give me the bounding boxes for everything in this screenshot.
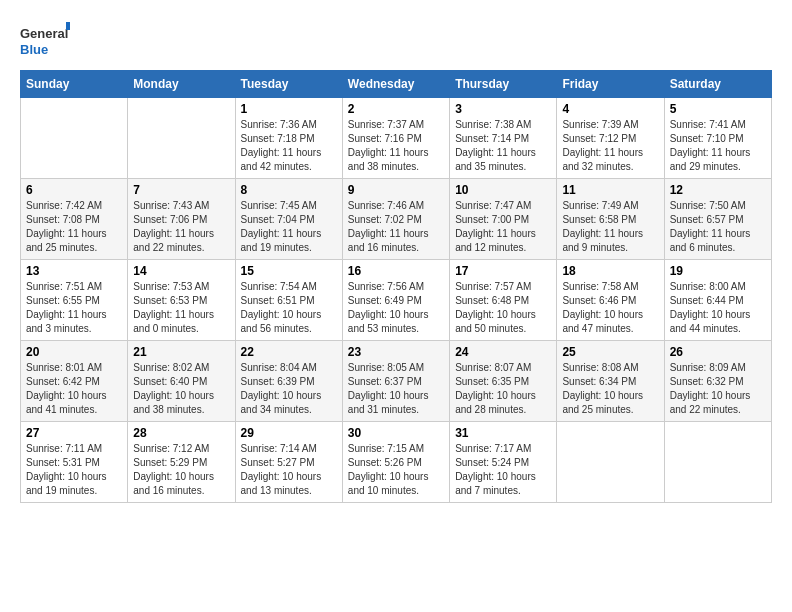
calendar-cell: 28Sunrise: 7:12 AMSunset: 5:29 PMDayligh…: [128, 422, 235, 503]
day-number: 3: [455, 102, 551, 116]
day-info: Sunrise: 7:11 AMSunset: 5:31 PMDaylight:…: [26, 442, 122, 498]
weekday-header-sunday: Sunday: [21, 71, 128, 98]
day-info: Sunrise: 7:58 AMSunset: 6:46 PMDaylight:…: [562, 280, 658, 336]
calendar-cell: 8Sunrise: 7:45 AMSunset: 7:04 PMDaylight…: [235, 179, 342, 260]
calendar-cell: 17Sunrise: 7:57 AMSunset: 6:48 PMDayligh…: [450, 260, 557, 341]
day-info: Sunrise: 7:39 AMSunset: 7:12 PMDaylight:…: [562, 118, 658, 174]
day-number: 2: [348, 102, 444, 116]
weekday-header-thursday: Thursday: [450, 71, 557, 98]
week-row-5: 27Sunrise: 7:11 AMSunset: 5:31 PMDayligh…: [21, 422, 772, 503]
day-number: 24: [455, 345, 551, 359]
calendar-cell: 6Sunrise: 7:42 AMSunset: 7:08 PMDaylight…: [21, 179, 128, 260]
calendar-cell: 7Sunrise: 7:43 AMSunset: 7:06 PMDaylight…: [128, 179, 235, 260]
calendar-cell: 19Sunrise: 8:00 AMSunset: 6:44 PMDayligh…: [664, 260, 771, 341]
calendar-cell: 9Sunrise: 7:46 AMSunset: 7:02 PMDaylight…: [342, 179, 449, 260]
day-info: Sunrise: 8:02 AMSunset: 6:40 PMDaylight:…: [133, 361, 229, 417]
day-number: 8: [241, 183, 337, 197]
day-info: Sunrise: 7:51 AMSunset: 6:55 PMDaylight:…: [26, 280, 122, 336]
day-number: 4: [562, 102, 658, 116]
calendar-cell: 18Sunrise: 7:58 AMSunset: 6:46 PMDayligh…: [557, 260, 664, 341]
day-info: Sunrise: 7:54 AMSunset: 6:51 PMDaylight:…: [241, 280, 337, 336]
day-number: 5: [670, 102, 766, 116]
day-number: 30: [348, 426, 444, 440]
week-row-3: 13Sunrise: 7:51 AMSunset: 6:55 PMDayligh…: [21, 260, 772, 341]
svg-text:General: General: [20, 26, 68, 41]
calendar-cell: 13Sunrise: 7:51 AMSunset: 6:55 PMDayligh…: [21, 260, 128, 341]
week-row-4: 20Sunrise: 8:01 AMSunset: 6:42 PMDayligh…: [21, 341, 772, 422]
day-info: Sunrise: 8:04 AMSunset: 6:39 PMDaylight:…: [241, 361, 337, 417]
page-header: General Blue: [20, 20, 772, 60]
day-number: 11: [562, 183, 658, 197]
logo: General Blue: [20, 20, 70, 60]
day-info: Sunrise: 8:08 AMSunset: 6:34 PMDaylight:…: [562, 361, 658, 417]
day-number: 19: [670, 264, 766, 278]
day-info: Sunrise: 7:12 AMSunset: 5:29 PMDaylight:…: [133, 442, 229, 498]
logo-svg: General Blue: [20, 20, 70, 60]
calendar-cell: 3Sunrise: 7:38 AMSunset: 7:14 PMDaylight…: [450, 98, 557, 179]
calendar-cell: 21Sunrise: 8:02 AMSunset: 6:40 PMDayligh…: [128, 341, 235, 422]
day-number: 14: [133, 264, 229, 278]
weekday-header-friday: Friday: [557, 71, 664, 98]
day-number: 22: [241, 345, 337, 359]
day-info: Sunrise: 7:47 AMSunset: 7:00 PMDaylight:…: [455, 199, 551, 255]
day-number: 7: [133, 183, 229, 197]
calendar-cell: 15Sunrise: 7:54 AMSunset: 6:51 PMDayligh…: [235, 260, 342, 341]
day-info: Sunrise: 8:09 AMSunset: 6:32 PMDaylight:…: [670, 361, 766, 417]
calendar-cell: 5Sunrise: 7:41 AMSunset: 7:10 PMDaylight…: [664, 98, 771, 179]
calendar-cell: 4Sunrise: 7:39 AMSunset: 7:12 PMDaylight…: [557, 98, 664, 179]
day-info: Sunrise: 7:38 AMSunset: 7:14 PMDaylight:…: [455, 118, 551, 174]
day-info: Sunrise: 7:15 AMSunset: 5:26 PMDaylight:…: [348, 442, 444, 498]
day-info: Sunrise: 8:07 AMSunset: 6:35 PMDaylight:…: [455, 361, 551, 417]
day-number: 10: [455, 183, 551, 197]
svg-marker-2: [66, 22, 70, 30]
calendar-cell: 30Sunrise: 7:15 AMSunset: 5:26 PMDayligh…: [342, 422, 449, 503]
day-number: 13: [26, 264, 122, 278]
calendar-cell: 11Sunrise: 7:49 AMSunset: 6:58 PMDayligh…: [557, 179, 664, 260]
day-number: 9: [348, 183, 444, 197]
day-number: 31: [455, 426, 551, 440]
day-info: Sunrise: 7:49 AMSunset: 6:58 PMDaylight:…: [562, 199, 658, 255]
day-number: 21: [133, 345, 229, 359]
day-info: Sunrise: 7:57 AMSunset: 6:48 PMDaylight:…: [455, 280, 551, 336]
calendar-table: SundayMondayTuesdayWednesdayThursdayFrid…: [20, 70, 772, 503]
calendar-cell: 31Sunrise: 7:17 AMSunset: 5:24 PMDayligh…: [450, 422, 557, 503]
day-info: Sunrise: 7:56 AMSunset: 6:49 PMDaylight:…: [348, 280, 444, 336]
weekday-header-tuesday: Tuesday: [235, 71, 342, 98]
day-info: Sunrise: 7:36 AMSunset: 7:18 PMDaylight:…: [241, 118, 337, 174]
calendar-cell: 16Sunrise: 7:56 AMSunset: 6:49 PMDayligh…: [342, 260, 449, 341]
day-info: Sunrise: 7:17 AMSunset: 5:24 PMDaylight:…: [455, 442, 551, 498]
week-row-2: 6Sunrise: 7:42 AMSunset: 7:08 PMDaylight…: [21, 179, 772, 260]
calendar-cell: [128, 98, 235, 179]
calendar-cell: 23Sunrise: 8:05 AMSunset: 6:37 PMDayligh…: [342, 341, 449, 422]
day-number: 26: [670, 345, 766, 359]
calendar-cell: [21, 98, 128, 179]
day-number: 1: [241, 102, 337, 116]
calendar-cell: 22Sunrise: 8:04 AMSunset: 6:39 PMDayligh…: [235, 341, 342, 422]
calendar-cell: 26Sunrise: 8:09 AMSunset: 6:32 PMDayligh…: [664, 341, 771, 422]
day-info: Sunrise: 7:53 AMSunset: 6:53 PMDaylight:…: [133, 280, 229, 336]
calendar-cell: [557, 422, 664, 503]
day-info: Sunrise: 8:01 AMSunset: 6:42 PMDaylight:…: [26, 361, 122, 417]
day-number: 23: [348, 345, 444, 359]
day-number: 25: [562, 345, 658, 359]
day-info: Sunrise: 8:00 AMSunset: 6:44 PMDaylight:…: [670, 280, 766, 336]
day-info: Sunrise: 7:14 AMSunset: 5:27 PMDaylight:…: [241, 442, 337, 498]
day-number: 18: [562, 264, 658, 278]
day-number: 6: [26, 183, 122, 197]
day-number: 29: [241, 426, 337, 440]
day-number: 27: [26, 426, 122, 440]
day-info: Sunrise: 7:43 AMSunset: 7:06 PMDaylight:…: [133, 199, 229, 255]
day-info: Sunrise: 7:45 AMSunset: 7:04 PMDaylight:…: [241, 199, 337, 255]
calendar-cell: [664, 422, 771, 503]
day-info: Sunrise: 7:50 AMSunset: 6:57 PMDaylight:…: [670, 199, 766, 255]
calendar-cell: 29Sunrise: 7:14 AMSunset: 5:27 PMDayligh…: [235, 422, 342, 503]
day-number: 16: [348, 264, 444, 278]
calendar-cell: 1Sunrise: 7:36 AMSunset: 7:18 PMDaylight…: [235, 98, 342, 179]
weekday-header-row: SundayMondayTuesdayWednesdayThursdayFrid…: [21, 71, 772, 98]
calendar-cell: 25Sunrise: 8:08 AMSunset: 6:34 PMDayligh…: [557, 341, 664, 422]
weekday-header-monday: Monday: [128, 71, 235, 98]
weekday-header-saturday: Saturday: [664, 71, 771, 98]
day-info: Sunrise: 7:46 AMSunset: 7:02 PMDaylight:…: [348, 199, 444, 255]
calendar-cell: 27Sunrise: 7:11 AMSunset: 5:31 PMDayligh…: [21, 422, 128, 503]
day-info: Sunrise: 7:42 AMSunset: 7:08 PMDaylight:…: [26, 199, 122, 255]
